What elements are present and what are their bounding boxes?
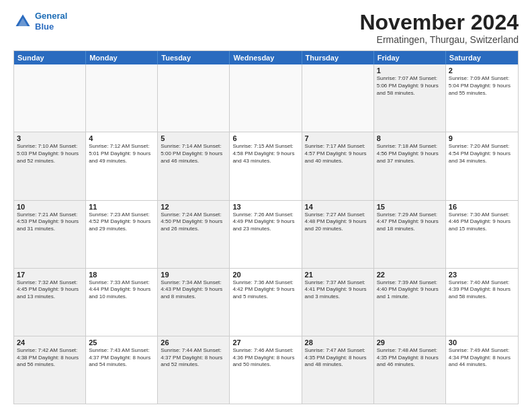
cell-text: Sunrise: 7:27 AM Sunset: 4:48 PM Dayligh… — [305, 212, 371, 233]
cell-text: Sunrise: 7:40 AM Sunset: 4:39 PM Dayligh… — [449, 279, 515, 301]
calendar-cell: 15Sunrise: 7:29 AM Sunset: 4:47 PM Dayli… — [374, 201, 446, 268]
day-number: 22 — [377, 271, 443, 279]
cell-text: Sunrise: 7:46 AM Sunset: 4:36 PM Dayligh… — [232, 347, 298, 369]
cell-text: Sunrise: 7:32 AM Sunset: 4:45 PM Dayligh… — [17, 279, 83, 301]
calendar: SundayMondayTuesdayWednesdayThursdayFrid… — [13, 50, 519, 404]
calendar-cell: 8Sunrise: 7:18 AM Sunset: 4:56 PM Daylig… — [374, 132, 446, 199]
calendar-cell: 13Sunrise: 7:26 AM Sunset: 4:49 PM Dayli… — [230, 201, 302, 268]
logo-line2: Blue — [35, 21, 54, 32]
main-title: November 2024 — [359, 11, 519, 34]
cell-text: Sunrise: 7:43 AM Sunset: 4:37 PM Dayligh… — [89, 347, 154, 369]
cell-text: Sunrise: 7:49 AM Sunset: 4:34 PM Dayligh… — [449, 347, 515, 369]
calendar-cell: 7Sunrise: 7:17 AM Sunset: 4:57 PM Daylig… — [302, 132, 374, 199]
day-number: 1 — [377, 66, 443, 75]
calendar-cell: 4Sunrise: 7:12 AM Sunset: 5:01 PM Daylig… — [86, 132, 158, 199]
day-number: 27 — [232, 338, 298, 347]
calendar-cell: 28Sunrise: 7:47 AM Sunset: 4:35 PM Dayli… — [302, 336, 374, 404]
calendar-cell: 27Sunrise: 7:46 AM Sunset: 4:36 PM Dayli… — [230, 336, 302, 404]
header-day-friday: Friday — [374, 51, 446, 64]
calendar-cell: 1Sunrise: 7:07 AM Sunset: 5:06 PM Daylig… — [374, 64, 446, 132]
cell-text: Sunrise: 7:12 AM Sunset: 5:01 PM Dayligh… — [89, 143, 154, 165]
logo-icon — [13, 12, 32, 31]
cell-text: Sunrise: 7:33 AM Sunset: 4:44 PM Dayligh… — [89, 279, 154, 301]
calendar-cell: 10Sunrise: 7:21 AM Sunset: 4:53 PM Dayli… — [14, 201, 86, 268]
day-number: 9 — [449, 134, 515, 142]
day-number: 8 — [377, 134, 443, 142]
day-number: 14 — [305, 203, 371, 211]
cell-text: Sunrise: 7:37 AM Sunset: 4:41 PM Dayligh… — [305, 279, 371, 301]
header-day-thursday: Thursday — [302, 51, 374, 64]
cell-text: Sunrise: 7:07 AM Sunset: 5:06 PM Dayligh… — [377, 75, 443, 97]
cell-text: Sunrise: 7:42 AM Sunset: 4:38 PM Dayligh… — [17, 347, 83, 369]
cell-text: Sunrise: 7:29 AM Sunset: 4:47 PM Dayligh… — [377, 212, 443, 233]
cell-text: Sunrise: 7:24 AM Sunset: 4:50 PM Dayligh… — [161, 212, 226, 233]
cell-text: Sunrise: 7:26 AM Sunset: 4:49 PM Dayligh… — [232, 212, 298, 233]
calendar-cell: 3Sunrise: 7:10 AM Sunset: 5:03 PM Daylig… — [14, 132, 86, 199]
calendar-cell: 11Sunrise: 7:23 AM Sunset: 4:52 PM Dayli… — [86, 201, 158, 268]
calendar-cell — [302, 64, 374, 132]
header: General Blue November 2024 Ermatingen, T… — [13, 11, 519, 45]
header-day-sunday: Sunday — [14, 51, 86, 64]
cell-text: Sunrise: 7:44 AM Sunset: 4:37 PM Dayligh… — [161, 347, 226, 369]
day-number: 12 — [161, 203, 226, 211]
cell-text: Sunrise: 7:18 AM Sunset: 4:56 PM Dayligh… — [377, 143, 443, 165]
calendar-row-5: 24Sunrise: 7:42 AM Sunset: 4:38 PM Dayli… — [14, 336, 518, 404]
calendar-cell: 14Sunrise: 7:27 AM Sunset: 4:48 PM Dayli… — [302, 201, 374, 268]
calendar-row-4: 17Sunrise: 7:32 AM Sunset: 4:45 PM Dayli… — [14, 268, 518, 336]
calendar-cell: 9Sunrise: 7:20 AM Sunset: 4:54 PM Daylig… — [446, 132, 518, 199]
calendar-cell: 24Sunrise: 7:42 AM Sunset: 4:38 PM Dayli… — [14, 336, 86, 404]
calendar-cell — [158, 64, 230, 132]
calendar-cell: 12Sunrise: 7:24 AM Sunset: 4:50 PM Dayli… — [158, 201, 230, 268]
day-number: 18 — [89, 271, 154, 279]
calendar-body: 1Sunrise: 7:07 AM Sunset: 5:06 PM Daylig… — [14, 64, 518, 404]
cell-text: Sunrise: 7:09 AM Sunset: 5:04 PM Dayligh… — [449, 75, 515, 97]
calendar-row-2: 3Sunrise: 7:10 AM Sunset: 5:03 PM Daylig… — [14, 132, 518, 199]
day-number: 13 — [232, 203, 298, 211]
day-number: 4 — [89, 134, 154, 142]
cell-text: Sunrise: 7:23 AM Sunset: 4:52 PM Dayligh… — [89, 212, 154, 233]
day-number: 7 — [305, 134, 371, 142]
day-number: 23 — [449, 271, 515, 279]
header-day-saturday: Saturday — [446, 51, 518, 64]
day-number: 3 — [17, 134, 83, 142]
calendar-cell: 21Sunrise: 7:37 AM Sunset: 4:41 PM Dayli… — [302, 269, 374, 336]
calendar-row-3: 10Sunrise: 7:21 AM Sunset: 4:53 PM Dayli… — [14, 200, 518, 268]
day-number: 16 — [449, 203, 515, 211]
calendar-cell: 23Sunrise: 7:40 AM Sunset: 4:39 PM Dayli… — [446, 269, 518, 336]
logo-line1: General — [35, 11, 67, 21]
title-block: November 2024 Ermatingen, Thurgau, Switz… — [359, 11, 519, 45]
calendar-cell: 6Sunrise: 7:15 AM Sunset: 4:58 PM Daylig… — [230, 132, 302, 199]
cell-text: Sunrise: 7:14 AM Sunset: 5:00 PM Dayligh… — [161, 143, 226, 165]
calendar-cell: 17Sunrise: 7:32 AM Sunset: 4:45 PM Dayli… — [14, 269, 86, 336]
day-number: 15 — [377, 203, 443, 211]
cell-text: Sunrise: 7:36 AM Sunset: 4:42 PM Dayligh… — [232, 279, 298, 301]
day-number: 10 — [17, 203, 83, 211]
calendar-cell: 5Sunrise: 7:14 AM Sunset: 5:00 PM Daylig… — [158, 132, 230, 199]
day-number: 5 — [161, 134, 226, 142]
day-number: 6 — [232, 134, 298, 142]
cell-text: Sunrise: 7:15 AM Sunset: 4:58 PM Dayligh… — [232, 143, 298, 165]
day-number: 30 — [449, 338, 515, 347]
calendar-row-1: 1Sunrise: 7:07 AM Sunset: 5:06 PM Daylig… — [14, 64, 518, 132]
calendar-cell: 20Sunrise: 7:36 AM Sunset: 4:42 PM Dayli… — [230, 269, 302, 336]
header-day-monday: Monday — [86, 51, 158, 64]
header-day-tuesday: Tuesday — [158, 51, 230, 64]
cell-text: Sunrise: 7:21 AM Sunset: 4:53 PM Dayligh… — [17, 212, 83, 233]
day-number: 24 — [17, 338, 83, 347]
calendar-cell: 19Sunrise: 7:34 AM Sunset: 4:43 PM Dayli… — [158, 269, 230, 336]
day-number: 19 — [161, 271, 226, 279]
calendar-cell — [86, 64, 158, 132]
calendar-cell: 18Sunrise: 7:33 AM Sunset: 4:44 PM Dayli… — [86, 269, 158, 336]
calendar-cell: 25Sunrise: 7:43 AM Sunset: 4:37 PM Dayli… — [86, 336, 158, 404]
day-number: 28 — [305, 338, 371, 347]
day-number: 25 — [89, 338, 154, 347]
calendar-header: SundayMondayTuesdayWednesdayThursdayFrid… — [14, 51, 518, 64]
page: General Blue November 2024 Ermatingen, T… — [0, 0, 532, 411]
logo: General Blue — [13, 11, 67, 32]
day-number: 21 — [305, 271, 371, 279]
calendar-cell: 22Sunrise: 7:39 AM Sunset: 4:40 PM Dayli… — [374, 269, 446, 336]
day-number: 2 — [449, 66, 515, 75]
calendar-cell: 29Sunrise: 7:48 AM Sunset: 4:35 PM Dayli… — [374, 336, 446, 404]
cell-text: Sunrise: 7:17 AM Sunset: 4:57 PM Dayligh… — [305, 143, 371, 165]
cell-text: Sunrise: 7:47 AM Sunset: 4:35 PM Dayligh… — [305, 347, 371, 369]
